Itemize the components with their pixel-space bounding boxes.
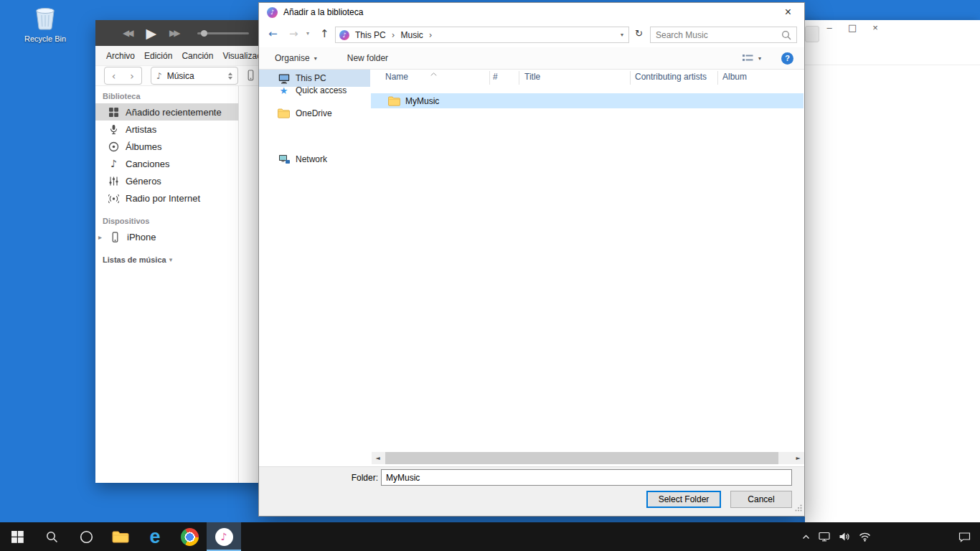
file-name: MyMusic [405,96,439,106]
background-window-fragment [805,26,819,42]
sidebar-item-label: Álbumes [126,141,162,152]
column-header-number[interactable]: # [493,72,498,82]
column-header-contributing-artists[interactable]: Contributing artists [635,72,707,82]
volume-slider[interactable] [197,32,249,34]
horizontal-scrollbar[interactable]: ◄ ► [372,452,804,464]
column-separator[interactable] [489,71,490,85]
edge-button[interactable]: e [138,522,172,551]
sidebar-item-label: Artistas [126,124,156,135]
nav-item-label: Network [296,154,327,164]
file-row-mymusic[interactable]: MyMusic [371,93,804,108]
scroll-right-icon[interactable]: ► [792,452,804,464]
add-to-library-dialog: ♪ Añadir a la biblioteca × ← → ▾ ↑ ♪ Thi… [258,2,805,517]
sidebar-item-genres[interactable]: Géneros [95,172,238,189]
forward-button[interactable]: → [289,27,298,40]
sidebar-item-label: Añadido recientemente [126,107,222,118]
search-input[interactable] [651,30,781,40]
back-button[interactable]: ← [268,27,278,40]
wifi-icon[interactable] [859,532,871,542]
new-folder-button[interactable]: New folder [347,53,388,63]
expander-icon[interactable]: ▸ [98,233,107,241]
breadcrumb-this-pc[interactable]: This PC [355,30,386,40]
cancel-button[interactable]: Cancel [730,491,792,508]
up-button[interactable]: ↑ [320,27,329,40]
search-box[interactable] [650,27,797,43]
breadcrumb-music[interactable]: Music [401,30,423,40]
view-mode-icon[interactable] [742,53,754,63]
cortana-button[interactable] [69,522,103,551]
column-separator[interactable] [519,71,519,85]
nav-item-this-pc[interactable]: This PC [259,70,370,87]
close-button[interactable]: × [772,3,804,22]
menu-item-edicion[interactable]: Edición [144,51,172,61]
help-button[interactable]: ? [781,52,793,65]
sort-ascending-icon [430,68,437,78]
resize-grip[interactable] [795,504,802,514]
nav-item-onedrive[interactable]: OneDrive [259,105,370,122]
column-header-title[interactable]: Title [524,72,540,82]
recycle-bin[interactable]: Recycle Bin [20,6,70,43]
sidebar-item-albums[interactable]: Álbumes [95,138,238,155]
select-folder-button[interactable]: Select Folder [646,491,721,508]
menu-item-archivo[interactable]: Archivo [106,51,135,61]
recycle-bin-label: Recycle Bin [20,34,70,43]
taskbar-search-button[interactable] [34,522,69,551]
dialog-footer: Folder: Select Folder Cancel [259,466,804,516]
itunes-taskbar-button[interactable]: ♪ [207,522,241,551]
folder-field-label: Folder: [331,473,378,483]
sidebar-item-artists[interactable]: Artistas [95,121,238,138]
play-button[interactable]: ▶ [146,25,156,41]
device-button[interactable] [245,70,256,83]
view-mode-dropdown-icon[interactable]: ▾ [758,55,761,62]
column-separator[interactable] [717,71,718,85]
itunes-back-button[interactable]: ‹ [104,67,123,85]
minimize-icon[interactable]: – [825,22,834,33]
start-button[interactable] [0,522,34,551]
close-icon[interactable]: × [871,22,880,33]
file-explorer-button[interactable] [103,522,138,551]
recent-locations-dropdown[interactable]: ▾ [306,30,309,37]
media-kind-selector[interactable]: ♪ Música [151,67,238,85]
column-header-name[interactable]: Name [385,72,408,82]
organise-button[interactable]: Organise ▾ [275,53,317,63]
breadcrumb-separator-icon[interactable]: › [429,30,433,40]
microphone-icon [108,124,119,135]
close-icon: × [785,6,791,19]
next-track-button[interactable]: ▶▶ [169,28,178,38]
desktop: Recycle Bin ◀◀ ▶ ▶▶ Archivo Edición Canc… [0,0,980,551]
iphone-icon [245,70,256,81]
itunes-sidebar: Biblioteca Añadido recientemente Artista… [95,86,239,483]
column-separator[interactable] [630,71,631,85]
menu-item-cancion[interactable]: Canción [182,51,213,61]
show-hidden-icons-chevron-icon[interactable] [802,534,810,540]
maximize-icon[interactable]: □ [848,22,857,33]
scrollbar-thumb[interactable] [385,452,778,464]
sidebar-item-songs[interactable]: ♪ Canciones [95,155,238,172]
itunes-icon: ♪ [215,528,233,546]
itunes-forward-button[interactable]: › [123,67,142,85]
scroll-left-icon[interactable]: ◄ [372,452,384,464]
dialog-titlebar[interactable]: ♪ Añadir a la biblioteca × [259,3,804,22]
refresh-button[interactable]: ↻ [635,28,643,39]
nav-item-network[interactable]: Network [259,151,370,168]
sidebar-item-iphone[interactable]: ▸ iPhone [95,228,238,245]
breadcrumb-separator-icon[interactable]: › [392,30,395,40]
sidebar-item-recently-added[interactable]: Añadido recientemente [95,103,238,121]
dialog-nav-pane: ★ Quick access OneDrive This PC Network [259,70,370,451]
column-header-album[interactable]: Album [722,72,747,82]
playlists-section-header[interactable]: Listas de música ▾ [103,255,238,264]
previous-track-button[interactable]: ◀◀ [123,28,131,38]
record-icon [108,141,119,152]
sidebar-item-internet-radio[interactable]: Radio por Internet [95,189,238,207]
address-dropdown-icon[interactable]: ▾ [621,32,623,38]
display-icon[interactable] [819,532,830,542]
taskbar: e ♪ [0,522,980,551]
address-bar[interactable]: ♪ This PC › Music › ▾ [335,27,629,43]
volume-slider-knob[interactable] [201,30,207,37]
volume-icon[interactable] [839,532,850,542]
folder-name-input[interactable] [381,469,792,486]
network-icon [278,154,290,164]
chrome-button[interactable] [172,522,207,551]
action-center-button[interactable] [948,522,980,551]
itunes-app-icon: ♪ [267,7,278,18]
